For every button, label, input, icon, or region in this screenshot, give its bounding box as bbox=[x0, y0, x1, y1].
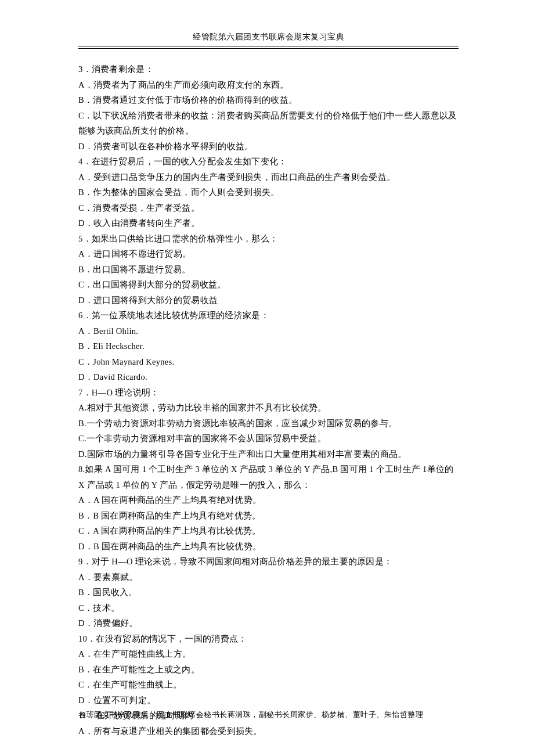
body-line: A．在生产可能性曲线上方。 bbox=[78, 646, 459, 662]
body-line: 3．消费者剩余是： bbox=[78, 62, 459, 77]
body-line: D．消费者可以在各种价格水平得到的收益。 bbox=[78, 139, 459, 154]
body-line: 10．在没有贸易的情况下，一国的消费点： bbox=[78, 631, 459, 647]
body-line: C．在生产可能性曲线上。 bbox=[78, 677, 459, 693]
body-line: A．所有与衰退产业相关的集团都会受到损失。 bbox=[78, 723, 459, 739]
body-line: A．受到进口品竞争压力的国内生产者受到损失，而出口商品的生产者则会受益。 bbox=[78, 170, 459, 185]
body-line: 8.如果 A 国可用 1 个工时生产 3 单位的 X 产品或 3 单位的 Y 产… bbox=[78, 462, 459, 492]
body-line: B．消费者通过支付低于市场价格的价格而得到的收益。 bbox=[78, 92, 459, 108]
page-footer: 各班团支书辛勤搜集，团支书联席会秘书长蒋润珠，副秘书长周家伊、杨梦楠、董叶子、朱… bbox=[78, 710, 459, 720]
body-line: 6．第一位系统地表述比较优势原理的经济家是： bbox=[78, 308, 459, 323]
body-line: D．B 国在两种商品的生产上均具有比较优势。 bbox=[78, 539, 459, 555]
body-line: C．A 国在两种商品的生产上均具有比较优势。 bbox=[78, 523, 459, 539]
body-line: D．收入由消费者转向生产者。 bbox=[78, 215, 459, 231]
body-line: D．消费偏好。 bbox=[78, 615, 459, 631]
body-line: 5．如果出口供给比进口需求的价格弹性小，那么： bbox=[78, 231, 459, 247]
body-line: D．David Ricardo. bbox=[78, 369, 459, 385]
body-line: 7．H—O 理论说明： bbox=[78, 385, 459, 401]
body-line: A．A 国在两种商品的生产上均具有绝对优势。 bbox=[78, 492, 459, 508]
body-line: B．B 国在两种商品的生产上均具有绝对优势。 bbox=[78, 508, 459, 524]
body-line: C．出口国将得到大部分的贸易收益。 bbox=[78, 277, 459, 293]
body-line: C．以下状况给消费者带来的收益：消费者购买商品所需要支付的价格低于他们中一些人愿… bbox=[78, 108, 459, 139]
body-line: B.一个劳动力资源对非劳动力资源比率较高的国家，应当减少对国际贸易的参与。 bbox=[78, 416, 459, 431]
body-line: B．在生产可能性之上或之内。 bbox=[78, 662, 459, 678]
body-line: C.一个非劳动力资源相对丰富的国家将不会从国际贸易中受益。 bbox=[78, 431, 459, 447]
body-line: C．John Maynard Keynes. bbox=[78, 354, 459, 370]
body-line: B．Eli Heckscher. bbox=[78, 339, 459, 354]
body-line: A.相对于其他资源，劳动力比较丰裕的国家并不具有比较优势。 bbox=[78, 400, 459, 416]
body-line: 4．在进行贸易后，一国的收入分配会发生如下变化： bbox=[78, 154, 459, 170]
body-line: A．要素禀赋。 bbox=[78, 570, 459, 585]
body-line: 9．对于 H—O 理论来说，导致不同国家间相对商品价格差异的最主要的原因是： bbox=[78, 554, 459, 570]
body-line: D.国际市场的力量将引导各国专业化于生产和出口大量使用其相对丰富要素的商品。 bbox=[78, 447, 459, 462]
document-page: 经管院第六届团支书联席会期末复习宝典 3．消费者剩余是：A．消费者为了商品的生产… bbox=[0, 0, 534, 739]
header-underline bbox=[78, 48, 459, 49]
body-line: B．作为整体的国家会受益，而个人则会受到损失。 bbox=[78, 185, 459, 200]
body-line: B．出口国将不愿进行贸易。 bbox=[78, 262, 459, 278]
body-line: D．进口国将得到大部分的贸易收益 bbox=[78, 293, 459, 308]
page-header: 经管院第六届团支书联席会期末复习宝典 bbox=[78, 32, 459, 46]
body-line: C．技术。 bbox=[78, 600, 459, 616]
body-line: C．消费者受损，生产者受益。 bbox=[78, 200, 459, 216]
body-line: D．位置不可判定。 bbox=[78, 693, 459, 708]
body-line: A．进口国将不愿进行贸易。 bbox=[78, 246, 459, 262]
document-body: 3．消费者剩余是：A．消费者为了商品的生产而必须向政府支付的东西。B．消费者通过… bbox=[78, 62, 459, 739]
body-line: A．消费者为了商品的生产而必须向政府支付的东西。 bbox=[78, 77, 459, 93]
body-line: B．国民收入。 bbox=[78, 585, 459, 600]
body-line: A．Bertil Ohlin. bbox=[78, 323, 459, 339]
